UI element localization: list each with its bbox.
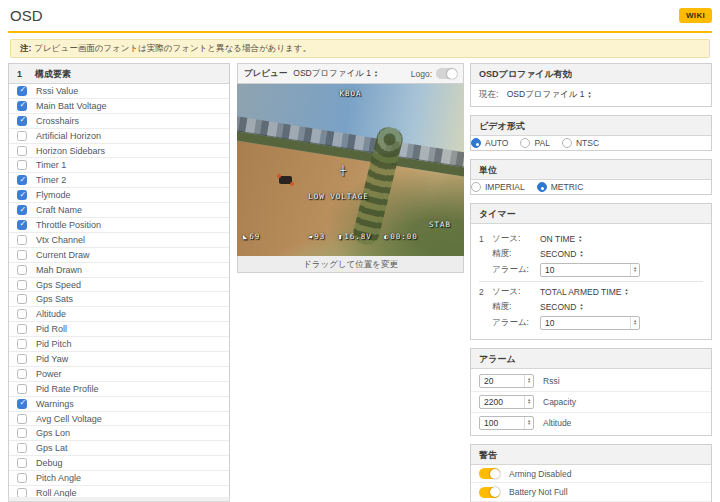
element-checkbox[interactable] (17, 265, 27, 275)
element-row[interactable]: Timer 2 (9, 173, 229, 188)
wiki-button[interactable]: WIKI (679, 8, 712, 23)
osd-throttle-position[interactable]: ◄93 (308, 232, 325, 241)
element-checkbox[interactable] (17, 280, 27, 290)
osd-warning-text[interactable]: LOW VOLTAGE (237, 192, 440, 201)
radio-option[interactable]: NTSC (562, 138, 599, 148)
element-checkbox[interactable] (17, 235, 27, 245)
element-row[interactable]: Mah Drawn (9, 263, 229, 278)
element-row[interactable]: Pid Roll (9, 322, 229, 337)
warning-toggle[interactable] (479, 468, 500, 479)
radio-option[interactable]: METRIC (537, 182, 584, 192)
element-row[interactable]: Gps Speed (9, 278, 229, 293)
element-row[interactable]: Altitude (9, 307, 229, 322)
element-checkbox[interactable] (17, 101, 27, 111)
element-checkbox[interactable] (17, 458, 27, 468)
alarm-value: 100 (484, 418, 498, 428)
osd-timer-2[interactable]: ◐00:00 (384, 232, 418, 241)
element-row[interactable]: Pid Pitch (9, 337, 229, 352)
element-row[interactable]: Pid Rate Profile (9, 382, 229, 397)
element-row[interactable]: Gps Sats (9, 292, 229, 307)
osd-crosshair[interactable]: ┼ (237, 166, 450, 176)
alarm-input[interactable]: 20 (479, 374, 534, 388)
element-checkbox[interactable] (17, 354, 27, 364)
element-checkbox[interactable] (17, 205, 27, 215)
element-row[interactable]: Horizon Sidebars (9, 144, 229, 159)
element-row[interactable]: Pitch Angle (9, 471, 229, 486)
element-checkbox[interactable] (17, 220, 27, 230)
element-row[interactable]: Debug (9, 456, 229, 471)
alarm-input[interactable]: 100 (479, 416, 534, 430)
element-checkbox[interactable] (17, 399, 27, 409)
radio-icon[interactable] (537, 182, 547, 192)
radio-icon[interactable] (471, 182, 481, 192)
alarm-row: 20 Rssi (471, 371, 711, 392)
element-row[interactable]: Gps Lat (9, 441, 229, 456)
element-row[interactable]: Avg Cell Voltage (9, 412, 229, 427)
element-checkbox[interactable] (17, 190, 27, 200)
osd-battery-voltage[interactable]: ▮16.8V (338, 232, 372, 241)
element-row[interactable]: Crosshairs (9, 114, 229, 129)
element-row[interactable]: Gps Lon (9, 426, 229, 441)
spinner-icon[interactable] (524, 375, 533, 387)
radio-option[interactable]: AUTO (471, 138, 508, 148)
element-row[interactable]: Rssi Value (9, 84, 229, 99)
chevron-up-down-icon (374, 70, 378, 77)
radio-option[interactable]: IMPERIAL (471, 182, 525, 192)
osd-profile-select[interactable]: OSDプロファイル 1 (293, 68, 378, 80)
element-checkbox[interactable] (17, 339, 27, 349)
element-checkbox[interactable] (17, 384, 27, 394)
element-checkbox[interactable] (17, 369, 27, 379)
timer-source-select[interactable]: ON TIME (540, 234, 703, 244)
spinner-icon[interactable] (630, 317, 639, 329)
osd-profile-select-value: OSDプロファイル 1 (293, 68, 371, 80)
element-checkbox[interactable] (17, 294, 27, 304)
video-format-panel: ビデオ形式 AUTO PAL NTSC (470, 115, 712, 151)
radio-icon[interactable] (520, 138, 530, 148)
timer-source-select[interactable]: TOTAL ARMED TIME (540, 287, 703, 297)
element-checkbox[interactable] (17, 175, 27, 185)
osd-flymode[interactable]: STAB (429, 220, 451, 229)
radio-option[interactable]: PAL (520, 138, 549, 148)
element-checkbox[interactable] (17, 414, 27, 424)
element-checkbox[interactable] (17, 309, 27, 319)
element-row[interactable]: Vtx Channel (9, 233, 229, 248)
element-checkbox[interactable] (17, 473, 27, 483)
osd-rssi-value[interactable]: ◣69 (243, 232, 260, 241)
timer-precision-select[interactable]: SECOND (540, 249, 703, 259)
element-checkbox[interactable] (17, 160, 27, 170)
element-checkbox[interactable] (17, 443, 27, 453)
spinner-icon[interactable] (630, 264, 639, 276)
element-row[interactable]: Warnings (9, 397, 229, 412)
element-row[interactable]: Flymode (9, 188, 229, 203)
timer-precision-select[interactable]: SECOND (540, 302, 703, 312)
note-prefix: 注: (20, 43, 31, 53)
spinner-icon[interactable] (524, 396, 533, 408)
element-checkbox[interactable] (17, 250, 27, 260)
element-row[interactable]: Craft Name (9, 203, 229, 218)
element-checkbox[interactable] (17, 131, 27, 141)
element-row[interactable]: Main Batt Voltage (9, 99, 229, 114)
element-checkbox[interactable] (17, 146, 27, 156)
element-checkbox[interactable] (17, 86, 27, 96)
logo-toggle[interactable] (436, 68, 457, 79)
timer-alarm-input[interactable]: 10 (540, 263, 640, 277)
element-checkbox[interactable] (17, 324, 27, 334)
element-row[interactable]: Artificial Horizon (9, 129, 229, 144)
radio-icon[interactable] (562, 138, 572, 148)
element-row[interactable]: Pid Yaw (9, 352, 229, 367)
spinner-icon[interactable] (524, 417, 533, 429)
element-row[interactable]: Timer 1 (9, 158, 229, 173)
chevron-up-down-icon (579, 303, 583, 310)
osd-craft-name[interactable]: KBOA (237, 89, 464, 98)
current-profile-select[interactable]: OSDプロファイル 1 (507, 89, 592, 101)
element-row[interactable]: Throttle Position (9, 218, 229, 233)
alarm-input[interactable]: 2200 (479, 395, 534, 409)
timer-alarm-input[interactable]: 10 (540, 316, 640, 330)
warning-toggle[interactable] (479, 487, 500, 498)
element-row[interactable]: Current Draw (9, 248, 229, 263)
osd-preview-canvas[interactable]: KBOA ┼ LOW VOLTAGE STAB ◣69 ◄93 ▮16.8V ◐… (237, 84, 464, 256)
element-checkbox[interactable] (17, 428, 27, 438)
element-row[interactable]: Power (9, 367, 229, 382)
radio-icon[interactable] (471, 138, 481, 148)
element-checkbox[interactable] (17, 116, 27, 126)
